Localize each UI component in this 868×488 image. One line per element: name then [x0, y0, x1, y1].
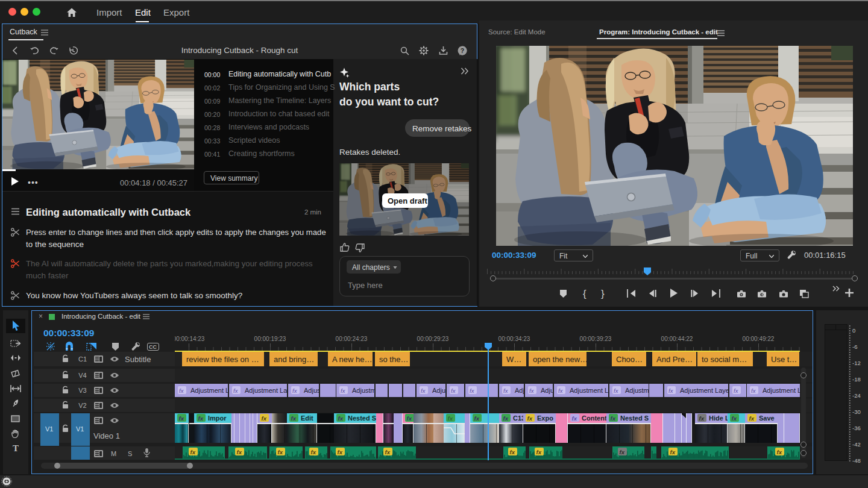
svg-text:?: ? [461, 47, 464, 54]
svg-text:00:00:19:23: 00:00:19:23 [254, 336, 286, 342]
svg-text:00:00:24:23: 00:00:24:23 [336, 336, 368, 342]
svg-text:00:00:49:22: 00:00:49:22 [743, 336, 775, 342]
svg-text:00:00:29:23: 00:00:29:23 [417, 336, 449, 342]
svg-text:00:00:34:23: 00:00:34:23 [498, 336, 530, 342]
svg-text:T: T [13, 443, 19, 452]
svg-text:00:00:14:23: 00:00:14:23 [175, 336, 205, 342]
svg-text:00:00:44:22: 00:00:44:22 [661, 336, 693, 342]
svg-text:00:00:39:23: 00:00:39:23 [580, 336, 612, 342]
